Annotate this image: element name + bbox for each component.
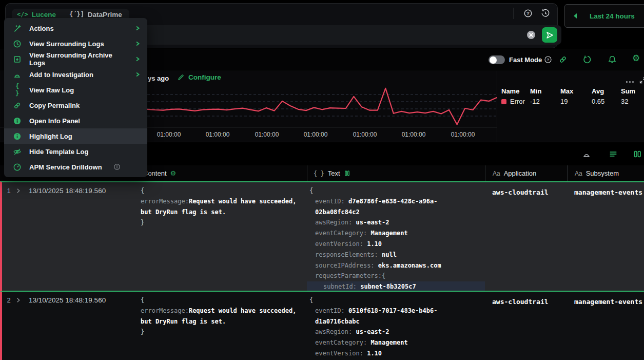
menu-item-view-raw-log[interactable]: { } View Raw Log bbox=[4, 82, 147, 98]
chevron-right-icon bbox=[134, 71, 141, 78]
configure-button[interactable]: Configure bbox=[177, 73, 221, 81]
clear-query-icon[interactable] bbox=[526, 30, 536, 40]
application-value[interactable]: aws-cloudtrail bbox=[492, 298, 549, 306]
json-value[interactable]: us-east-2 bbox=[356, 328, 389, 335]
tab-dataprime[interactable]: {´}] DataPrime bbox=[69, 11, 122, 18]
settings-gear-icon[interactable]: ⚙ bbox=[632, 54, 641, 63]
legend-swatch bbox=[501, 99, 506, 104]
json-value[interactable]: 1.10 bbox=[367, 350, 382, 357]
column-pin-icon[interactable] bbox=[344, 170, 350, 177]
column-header-application[interactable]: Aa Application bbox=[485, 165, 567, 181]
fast-mode-help-icon[interactable]: ? bbox=[544, 55, 552, 64]
legend-max-value: 19 bbox=[560, 98, 592, 105]
column-header-content[interactable]: Content ⚙ bbox=[131, 165, 307, 181]
json-key[interactable]: sourceIPAddress: bbox=[315, 262, 375, 269]
time-range-picker[interactable]: Last 24 hours bbox=[564, 4, 644, 28]
subsystem-value[interactable]: management-events bbox=[574, 188, 642, 196]
content-cell: { errorMessage:Request would have succee… bbox=[131, 292, 307, 360]
json-key[interactable]: awsRegion: bbox=[315, 328, 352, 335]
json-key[interactable]: eventVersion: bbox=[315, 350, 363, 357]
json-value[interactable]: Management bbox=[370, 230, 407, 237]
x-tick: 01:00:00 bbox=[398, 131, 429, 138]
clock-icon bbox=[13, 40, 22, 48]
error-series-line bbox=[147, 88, 497, 125]
string-type-icon: Aa bbox=[575, 170, 582, 177]
menu-item-open-info-panel[interactable]: Open Info Panel bbox=[4, 113, 147, 128]
legend-header-min: Min bbox=[530, 87, 560, 95]
json-value[interactable]: eks.amazonaws.com bbox=[378, 262, 441, 269]
expand-row-icon[interactable] bbox=[15, 296, 29, 303]
text-cell: { eventID: d7e8786f-e638-428c-a96a-02ba0… bbox=[307, 182, 485, 291]
x-tick: 01:00:00 bbox=[251, 131, 282, 138]
archive-icon bbox=[13, 55, 22, 64]
expand-row-icon[interactable] bbox=[15, 187, 29, 194]
json-value[interactable]: subnet-8b3205c7 bbox=[360, 283, 416, 290]
log-row-1[interactable]: 1 13/10/2025 18:48:19.560 { errorMessage… bbox=[0, 181, 644, 292]
line-view-icon[interactable] bbox=[609, 149, 618, 159]
fast-mode-label: Fast Mode bbox=[509, 56, 542, 64]
content-cell: { errorMessage:Request would have succee… bbox=[131, 182, 307, 291]
menu-item-copy-permalink[interactable]: Copy Permalink bbox=[4, 98, 147, 113]
svg-text:?: ? bbox=[547, 58, 550, 62]
tab-dataprime-label: DataPrime bbox=[88, 11, 122, 18]
fast-mode-toggle[interactable] bbox=[489, 55, 505, 64]
legend-header-sum: Sum bbox=[621, 87, 642, 95]
time-range-label[interactable]: Last 24 hours bbox=[590, 12, 635, 20]
legend-row-error[interactable]: Error -12 19 0.65 32 bbox=[501, 98, 642, 105]
legend-header-avg: Avg bbox=[592, 87, 621, 95]
help-icon[interactable]: ? bbox=[523, 9, 533, 18]
menu-item-highlight-log[interactable]: Highlight Log bbox=[4, 128, 147, 144]
log-timestamp: 13/10/2025 18:48:19.560 bbox=[29, 296, 106, 304]
column-header-subsystem[interactable]: Aa Subsystem bbox=[567, 165, 644, 181]
link-icon bbox=[13, 101, 22, 110]
menu-item-actions[interactable]: Actions bbox=[4, 21, 147, 36]
chevron-right-icon bbox=[134, 25, 141, 31]
menu-item-add-to-investigation[interactable]: Add to Investigation bbox=[4, 67, 147, 82]
json-key[interactable]: eventCategory: bbox=[315, 339, 367, 346]
json-key[interactable]: subnetId: bbox=[323, 283, 357, 290]
json-key[interactable]: awsRegion: bbox=[315, 219, 352, 226]
menu-item-apm-service-drilldown[interactable]: APM Service Drilldown bbox=[4, 159, 147, 175]
columns-icon[interactable] bbox=[633, 149, 642, 159]
investigation-dome-icon[interactable] bbox=[582, 149, 591, 159]
tab-lucene-label: Lucene bbox=[32, 11, 56, 18]
permalink-icon[interactable] bbox=[558, 55, 568, 64]
chart-legend: Name Min Max Avg Sum Error -12 19 0.65 3… bbox=[497, 71, 644, 142]
json-key[interactable]: responseElements: bbox=[315, 251, 378, 258]
legend-min-value: -12 bbox=[530, 98, 560, 105]
json-value[interactable]: 1.10 bbox=[367, 240, 382, 248]
menu-item-view-surrounding-archive-logs[interactable]: View Surrounding Archive Logs bbox=[4, 51, 147, 67]
json-value[interactable]: us-east-2 bbox=[356, 219, 389, 226]
json-key[interactable]: requestParameters:{ bbox=[315, 272, 385, 279]
json-value[interactable]: Management bbox=[370, 339, 407, 346]
application-value[interactable]: aws-cloudtrail bbox=[492, 188, 549, 196]
json-key[interactable]: eventVersion: bbox=[315, 240, 363, 248]
json-key[interactable]: errorMessage: bbox=[141, 307, 189, 314]
refresh-icon[interactable] bbox=[583, 55, 592, 64]
error-line-chart bbox=[147, 85, 497, 127]
tab-lucene[interactable]: </> Lucene bbox=[17, 11, 56, 18]
column-settings-gear-icon[interactable]: ⚙ bbox=[170, 169, 177, 177]
column-header-text[interactable]: { } Text bbox=[307, 165, 485, 181]
menu-item-hide-template-log[interactable]: Hide Template Log bbox=[4, 144, 147, 159]
json-value[interactable]: null bbox=[382, 251, 397, 258]
json-key[interactable]: eventID: bbox=[315, 198, 345, 205]
bell-icon[interactable] bbox=[608, 55, 617, 64]
time-back-icon[interactable] bbox=[572, 13, 578, 19]
json-key[interactable]: eventCategory: bbox=[315, 230, 367, 237]
gauge-icon bbox=[13, 163, 22, 172]
x-tick: 01:00:00 bbox=[300, 131, 331, 138]
svg-text:?: ? bbox=[526, 10, 530, 16]
row-number: 2 bbox=[2, 296, 15, 304]
subsystem-value[interactable]: management-events bbox=[574, 298, 642, 306]
run-query-button[interactable] bbox=[542, 27, 557, 43]
log-row-2[interactable]: 2 13/10/2025 18:48:19.560 { errorMessage… bbox=[0, 292, 644, 360]
json-key[interactable]: errorMessage: bbox=[141, 198, 189, 205]
info-icon bbox=[13, 132, 22, 141]
legend-sum-value: 32 bbox=[621, 98, 642, 105]
dataprime-icon: {´}] bbox=[69, 11, 84, 18]
query-history-icon[interactable] bbox=[541, 9, 550, 18]
json-key[interactable]: eventID: bbox=[315, 307, 345, 314]
log-context-menu: Actions View Surrounding Logs View Surro… bbox=[4, 18, 147, 177]
menu-item-view-surrounding-logs[interactable]: View Surrounding Logs bbox=[4, 36, 147, 51]
